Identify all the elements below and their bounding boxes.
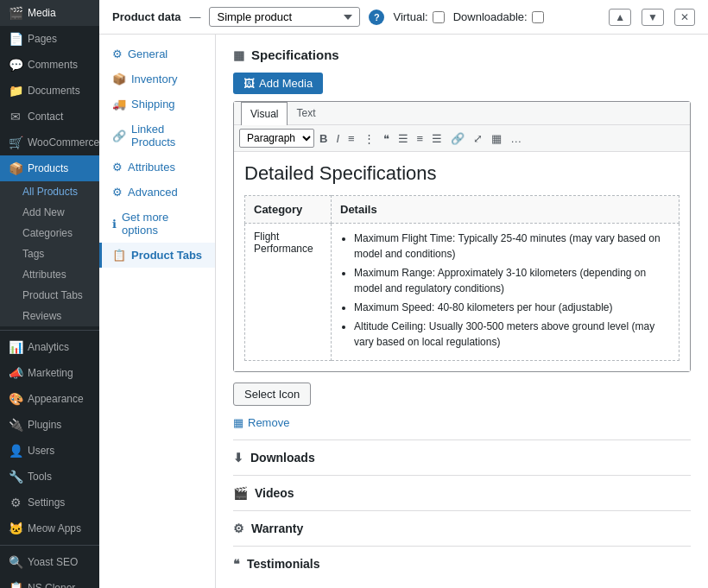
sidebar-item-marketing[interactable]: 📣 Marketing: [0, 360, 99, 386]
sidebar-item-comments[interactable]: 💬 Comments: [0, 52, 99, 78]
sidebar-item-label: Appearance: [28, 393, 84, 405]
sidebar-item-documents[interactable]: 📁 Documents: [0, 78, 99, 104]
sidebar-sub-item-reviews[interactable]: Reviews: [0, 306, 99, 326]
specifications-header: ▦ Specifications: [233, 47, 691, 62]
help-button[interactable]: ?: [369, 9, 384, 25]
videos-header[interactable]: 🎬 Videos: [233, 486, 691, 500]
tab-linked-products[interactable]: 🔗 Linked Products: [99, 117, 215, 155]
sidebar-item-products[interactable]: 📦 Products: [0, 155, 99, 181]
sidebar-item-settings[interactable]: ⚙ Settings: [0, 490, 99, 515]
editor-body[interactable]: Detailed Specifications Category Details: [234, 152, 690, 371]
sidebar-item-label: Meow Apps: [28, 522, 81, 534]
icon-actions: Select Icon ▦ Remove: [233, 383, 691, 429]
content-area: ⚙ General 📦 Inventory 🚚 Shipping 🔗 Linke…: [99, 35, 708, 588]
sidebar-item-plugins[interactable]: 🔌 Plugins: [0, 412, 99, 438]
tools-icon: 🔧: [9, 470, 22, 484]
sidebar-sub-item-product-tabs[interactable]: Product Tabs: [0, 285, 99, 306]
sidebar-item-label: Tools: [28, 471, 52, 483]
main-area: Product data — Simple product Grouped pr…: [99, 0, 708, 588]
align-left-button[interactable]: ☰: [395, 130, 412, 147]
editor-toolbar: Paragraph B I ≡ ⋮ ❝ ☰ ≡ ☰ 🔗 ⤢ ▦ …: [234, 125, 690, 152]
videos-title: Videos: [255, 486, 294, 500]
sidebar-item-ns-cloner[interactable]: 📋 NS Cloner: [0, 575, 99, 588]
shipping-icon: 🚚: [112, 98, 126, 111]
tab-advanced[interactable]: ⚙ Advanced: [99, 180, 215, 205]
tab-label: General: [128, 47, 168, 60]
sidebar-item-label: NS Cloner: [28, 582, 75, 588]
tab-product-tabs[interactable]: 📋 Product Tabs: [99, 243, 215, 268]
align-center-button[interactable]: ≡: [414, 130, 427, 147]
product-data-bar: Product data — Simple product Grouped pr…: [99, 0, 708, 35]
remove-container: ▦ Remove: [233, 416, 691, 429]
tab-get-more-options[interactable]: ℹ Get more options: [99, 205, 215, 243]
arrow-up-button[interactable]: ▲: [609, 9, 631, 26]
sidebar-item-contact[interactable]: ✉ Contact: [0, 104, 99, 130]
sidebar-item-meow-apps[interactable]: 🐱 Meow Apps: [0, 515, 99, 541]
editor-tab-visual[interactable]: Visual: [241, 102, 288, 125]
sidebar-item-yoast-seo[interactable]: 🔍 Yoast SEO: [0, 549, 99, 575]
sidebar-item-tools[interactable]: 🔧 Tools: [0, 464, 99, 490]
downloads-icon: ⬇: [233, 451, 243, 465]
tab-attributes[interactable]: ⚙ Attributes: [99, 155, 215, 180]
virtual-label: Virtual:: [393, 10, 427, 23]
sidebar-sub-item-add-new[interactable]: Add New: [0, 202, 99, 223]
product-data-dash: —: [189, 10, 200, 23]
more-toolbar-button[interactable]: …: [507, 130, 525, 147]
left-tabs: ⚙ General 📦 Inventory 🚚 Shipping 🔗 Linke…: [99, 35, 216, 588]
product-type-select[interactable]: Simple product Grouped product External/…: [209, 7, 360, 27]
remove-link[interactable]: ▦ Remove: [233, 416, 691, 429]
arrow-close-button[interactable]: ✕: [674, 9, 695, 26]
italic-button[interactable]: I: [332, 130, 343, 147]
tab-label: Get more options: [122, 211, 205, 237]
settings-icon: ⚙: [9, 496, 22, 509]
downloadable-checkbox[interactable]: [532, 11, 544, 23]
arrow-down-button[interactable]: ▼: [642, 9, 664, 26]
testimonials-header[interactable]: ❝ Testimonials: [233, 557, 691, 571]
list-item: Maximum Flight Time: Typically 25-40 min…: [354, 231, 670, 262]
sidebar-item-woocommerce[interactable]: 🛒 WooCommerce: [0, 130, 99, 155]
select-icon-button[interactable]: Select Icon: [233, 383, 311, 406]
meow-apps-icon: 🐱: [9, 522, 22, 535]
sidebar-item-analytics[interactable]: 📊 Analytics: [0, 334, 99, 360]
tab-inventory[interactable]: 📦 Inventory: [99, 66, 215, 92]
specifications-title: Specifications: [251, 47, 339, 62]
testimonials-title: Testimonials: [247, 557, 320, 571]
add-media-label: Add Media: [259, 77, 313, 90]
sidebar-item-users[interactable]: 👤 Users: [0, 438, 99, 464]
analytics-icon: 📊: [9, 340, 22, 354]
product-data-label: Product data: [112, 10, 180, 23]
bold-button[interactable]: B: [316, 130, 331, 147]
align-right-button[interactable]: ☰: [428, 130, 446, 147]
unordered-list-button[interactable]: ≡: [345, 130, 358, 147]
sidebar-sub-item-attributes[interactable]: Attributes: [0, 264, 99, 285]
sidebar-sub-item-categories[interactable]: Categories: [0, 223, 99, 243]
table-button[interactable]: ▦: [488, 130, 505, 147]
table-row: Flight Performance Maximum Flight Time: …: [245, 224, 680, 361]
testimonials-icon: ❝: [233, 557, 240, 571]
sidebar-item-appearance[interactable]: 🎨 Appearance: [0, 386, 99, 412]
downloads-header[interactable]: ⬇ Downloads: [233, 451, 691, 465]
virtual-checkbox-group: Virtual:: [393, 10, 444, 23]
testimonials-section: ❝ Testimonials: [233, 546, 691, 581]
add-media-button[interactable]: 🖼 Add Media: [233, 73, 323, 94]
ordered-list-button[interactable]: ⋮: [360, 130, 378, 147]
virtual-checkbox[interactable]: [433, 11, 445, 23]
blockquote-button[interactable]: ❝: [380, 130, 393, 147]
tab-shipping[interactable]: 🚚 Shipping: [99, 92, 215, 117]
link-button[interactable]: 🔗: [447, 130, 468, 147]
list-item: Altitude Ceiling: Usually 300-500 meters…: [354, 319, 670, 350]
fullscreen-button[interactable]: ⤢: [470, 130, 486, 147]
sidebar-sub-item-tags[interactable]: Tags: [0, 243, 99, 264]
table-header-category: Category: [245, 196, 332, 224]
sidebar-item-media[interactable]: 🎬 Media: [0, 0, 99, 26]
editor-tab-text[interactable]: Text: [288, 102, 324, 124]
warranty-header[interactable]: ⚙ Warranty: [233, 522, 691, 535]
downloadable-checkbox-group: Downloadable:: [453, 10, 544, 23]
sidebar-sub-item-all-products[interactable]: All Products: [0, 181, 99, 202]
paragraph-format-select[interactable]: Paragraph: [239, 129, 314, 148]
sidebar-item-pages[interactable]: 📄 Pages: [0, 26, 99, 52]
table-cell-category: Flight Performance: [245, 224, 332, 361]
tab-general[interactable]: ⚙ General: [99, 41, 215, 66]
tab-label: Product Tabs: [131, 249, 202, 262]
specifications-table: Category Details Flight Performance: [244, 195, 680, 361]
